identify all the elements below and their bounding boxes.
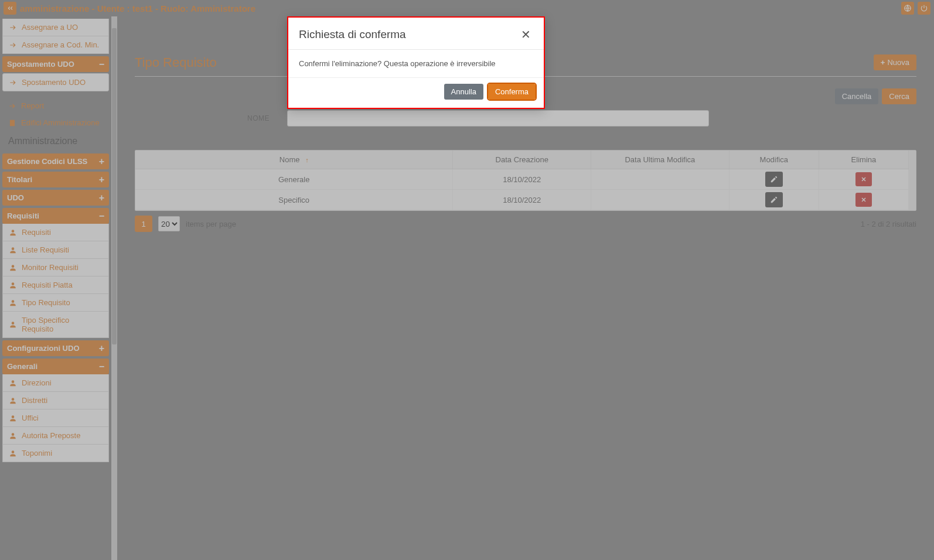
confirm-dialog: Richiesta di conferma ✕ Confermi l'elimi… (287, 16, 545, 109)
button-label: Conferma (495, 87, 529, 96)
close-icon: ✕ (521, 28, 531, 42)
button-label: Annulla (451, 87, 476, 96)
dialog-title: Richiesta di conferma (299, 28, 406, 41)
dialog-cancel-button[interactable]: Annulla (444, 84, 483, 100)
dialog-body: Confermi l'eliminazione? Questa operazio… (288, 50, 544, 78)
dialog-confirm-button[interactable]: Conferma (488, 84, 536, 100)
dialog-close-button[interactable]: ✕ (518, 27, 533, 42)
